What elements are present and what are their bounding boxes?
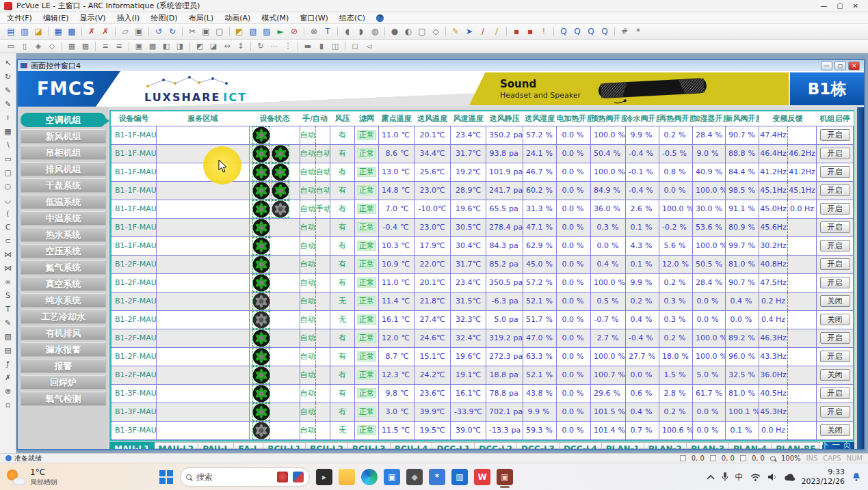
line-icon[interactable]: ∖ <box>2 138 14 152</box>
sidebar-item-1[interactable]: 新风机组 <box>21 129 106 144</box>
sidebar-item-14[interactable]: 漏水报警 <box>21 342 106 357</box>
unit-off-button[interactable]: 关闭 <box>820 314 850 325</box>
image-tool-icon[interactable]: ▤ <box>2 343 14 357</box>
tab-dcc-l2[interactable]: DCC-L2 <box>475 442 517 450</box>
unit-on-button[interactable]: 开启 <box>820 277 850 288</box>
arc2-icon[interactable]: ( <box>2 206 14 220</box>
zoom-window-icon[interactable]: Q <box>585 26 597 38</box>
info-icon[interactable]: i <box>2 111 14 124</box>
zoom-out-icon[interactable]: Q <box>571 26 583 38</box>
redo-icon[interactable]: ↻ <box>166 26 179 38</box>
lock-icon[interactable]: ◈ <box>32 40 44 52</box>
erase-icon[interactable]: ✗ <box>2 370 14 384</box>
store-icon[interactable]: ▣ <box>384 469 400 485</box>
pie-icon[interactable]: ⊂ <box>2 234 14 247</box>
tab-mau-l2[interactable]: MAU-L2 <box>155 442 199 450</box>
library2-icon[interactable]: ▪ <box>524 26 536 38</box>
menu-item-1[interactable]: 编辑(E) <box>43 13 69 23</box>
polygon2-icon[interactable]: ⋈ <box>2 261 14 275</box>
unit-on-button[interactable]: 开启 <box>820 387 850 399</box>
terminal-icon[interactable]: ▸ <box>316 469 332 485</box>
sidebar-item-8[interactable]: 空压系统 <box>21 244 106 258</box>
snip-app-icon[interactable]: ▥ <box>451 469 468 485</box>
maximize-button[interactable]: ▢ <box>837 2 843 10</box>
tab-rcu-l3[interactable]: RCU-L3 <box>348 442 391 450</box>
dropper-icon[interactable]: ✎ <box>2 83 14 97</box>
pencil-icon[interactable]: ✎ <box>449 26 462 38</box>
tab-plan-1[interactable]: PLAN-1 <box>602 442 644 450</box>
unlock-icon[interactable]: ◇ <box>46 40 58 52</box>
unit-off-button[interactable]: 关闭 <box>820 295 850 307</box>
save-all-icon[interactable]: ▩ <box>66 26 78 38</box>
lasso-icon[interactable]: ▯ <box>18 40 31 52</box>
menu-item-0[interactable]: 文件(F) <box>7 13 32 23</box>
copy-icon[interactable]: ▣ <box>200 26 212 38</box>
rotate-tool-icon[interactable]: ↻ <box>2 70 14 83</box>
calligraphy-icon[interactable]: ✎ <box>2 316 14 329</box>
fit-icon[interactable]: ◻ <box>349 40 361 52</box>
same-size-icon[interactable]: ◫ <box>329 40 341 52</box>
sidebar-item-4[interactable]: 干盘系统 <box>21 178 106 193</box>
menu-item-6[interactable]: 动画(A) <box>224 13 250 23</box>
unit-on-button[interactable]: 开启 <box>820 166 850 178</box>
sidebar-item-11[interactable]: 纯水系统 <box>21 293 106 308</box>
text-tool-icon[interactable]: T <box>2 302 14 316</box>
tab-plan-3[interactable]: PLAN-3 <box>687 442 729 450</box>
help-icon[interactable]: ? <box>376 14 384 22</box>
tray-chevron-icon[interactable] <box>707 474 715 480</box>
grid-snap-icon[interactable]: ▦ <box>79 40 92 52</box>
arc-icon[interactable]: ◡ <box>2 193 14 206</box>
tab-rcu-l1[interactable]: RCU-L1 <box>263 442 306 450</box>
new-icon[interactable]: ▤ <box>5 26 17 38</box>
pcvue-task-icon[interactable]: ▣ <box>497 469 513 485</box>
grid-on-icon[interactable]: ▦ <box>66 40 78 52</box>
polygon-icon[interactable]: ⋈ <box>2 247 14 261</box>
library-icon[interactable]: ▪ <box>510 26 523 38</box>
vertical-scrollbar[interactable] <box>857 107 864 449</box>
undo-icon[interactable]: ↺ <box>153 26 165 38</box>
menu-item-7[interactable]: 模式(M) <box>261 13 289 23</box>
minimize-button[interactable]: — <box>820 2 827 10</box>
delete-page-icon[interactable]: ✗ <box>99 26 111 38</box>
menu-item-2[interactable]: 显示(V) <box>79 13 105 23</box>
sidebar-item-13[interactable]: 有机排风 <box>21 326 106 340</box>
next-page-button[interactable]: 下一页 <box>820 442 854 450</box>
print-icon[interactable]: ▣ <box>133 26 145 38</box>
menu-item-3[interactable]: 插入(I) <box>117 13 140 23</box>
paste-icon[interactable]: ▢ <box>213 26 226 38</box>
rotate-icon[interactable]: ↻ <box>254 40 267 52</box>
sidebar-item-15[interactable]: 报警 <box>21 359 106 373</box>
forbid-tool-icon[interactable]: ⊗ <box>2 384 14 398</box>
script-icon[interactable]: ƒ <box>2 357 14 370</box>
settings-icon[interactable]: * <box>632 26 644 38</box>
wifi-icon[interactable] <box>750 474 761 481</box>
microphone-icon[interactable] <box>722 472 728 482</box>
unit-on-button[interactable]: 开启 <box>820 129 850 141</box>
sidebar-item-7[interactable]: 热水系统 <box>21 228 106 242</box>
bring-front-icon[interactable]: ◧ <box>160 40 172 52</box>
rect-icon[interactable]: ▭ <box>2 152 14 165</box>
sidebar-item-0[interactable]: 空调机组 <box>21 113 106 127</box>
chord-icon[interactable]: C <box>2 220 14 234</box>
sidebar-item-2[interactable]: 吊柜机组 <box>21 146 106 160</box>
zoom-in-icon[interactable]: Q <box>557 26 570 38</box>
mdi-minimize-button[interactable]: — <box>821 62 832 70</box>
unit-on-button[interactable]: 开启 <box>820 332 850 344</box>
unit-off-button[interactable]: 关闭 <box>820 424 850 436</box>
edge-icon[interactable] <box>361 469 378 485</box>
send-back-icon[interactable]: ◨ <box>174 40 186 52</box>
mdi-close-button[interactable]: ✕ <box>848 62 860 70</box>
menu-item-9[interactable]: 组态(C) <box>339 13 365 23</box>
save-icon[interactable]: ▦ <box>52 26 64 38</box>
balloon-icon[interactable]: ◗ <box>355 26 367 38</box>
fill-tool-icon[interactable]: ▧ <box>2 329 14 343</box>
brush2-icon[interactable]: ∕ <box>490 26 503 38</box>
sphere2-icon[interactable]: ◐ <box>402 26 415 38</box>
taskbar-weather-widget[interactable]: 1°C 局部晴朗 <box>7 467 57 487</box>
stop-icon[interactable]: ⊘ <box>288 26 300 38</box>
run-icon[interactable]: ► <box>274 26 287 38</box>
start-button[interactable] <box>159 469 174 485</box>
distribute-h-icon[interactable]: ⋯ <box>268 40 280 52</box>
volume-icon[interactable] <box>767 473 777 481</box>
grid-icon[interactable]: # <box>618 26 631 38</box>
